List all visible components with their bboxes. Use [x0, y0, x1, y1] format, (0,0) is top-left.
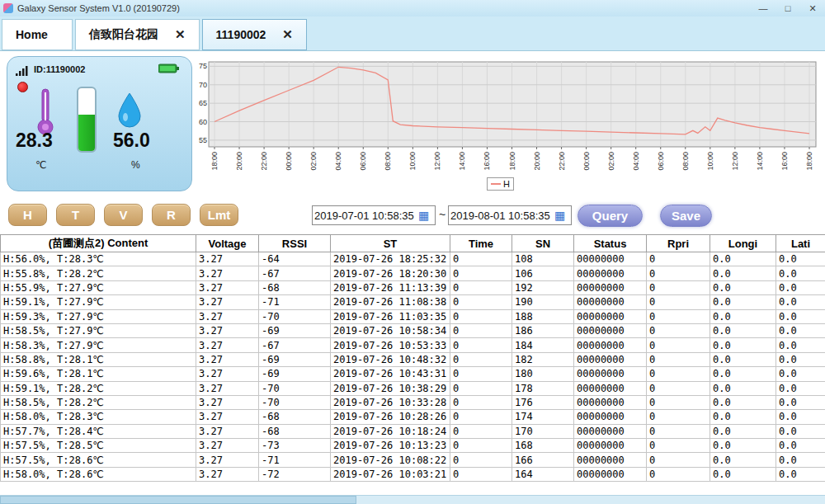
tab-sensor-11190002[interactable]: 11190002 ✕ — [202, 19, 307, 50]
table-row[interactable]: H:57.5%, T:28.5℃3.27-732019-07-26 10:13:… — [1, 439, 825, 453]
column-header[interactable]: Lati — [776, 235, 825, 252]
column-header[interactable]: SN — [512, 235, 574, 252]
x-tick-label: 18:00 — [210, 152, 219, 171]
filter-button-t[interactable]: T — [56, 204, 95, 226]
table-row[interactable]: H:55.9%, T:27.9℃3.27-682019-07-26 11:13:… — [1, 280, 825, 294]
maximize-icon[interactable]: □ — [776, 0, 800, 16]
table-cell: H:58.5%, T:27.9℃ — [1, 323, 196, 337]
table-cell: 2019-07-26 10:53:33 — [331, 338, 450, 352]
table-row[interactable]: H:59.1%, T:27.9℃3.27-712019-07-26 11:08:… — [1, 295, 825, 309]
column-header[interactable]: Rpri — [647, 235, 710, 252]
table-cell: 0 — [647, 467, 710, 481]
table-cell: 0.0 — [776, 395, 825, 409]
scrollbar-thumb[interactable] — [0, 496, 356, 504]
y-tick-label: 70 — [199, 81, 207, 89]
table-cell: 0.0 — [776, 266, 825, 280]
column-header[interactable]: Voltage — [196, 235, 259, 252]
table-cell: 108 — [512, 252, 574, 266]
query-button[interactable]: Query — [578, 205, 643, 227]
table-cell: 0.0 — [710, 395, 776, 409]
filter-buttons: HTVRLmt — [8, 204, 238, 226]
tab-close-icon[interactable]: ✕ — [282, 27, 293, 42]
table-cell: 0 — [647, 266, 710, 280]
table-cell: -71 — [259, 295, 331, 309]
table-cell: 00000000 — [574, 439, 647, 453]
chart-legend[interactable]: H — [487, 177, 514, 191]
table-cell: H:58.0%, T:28.6℃ — [1, 467, 196, 481]
table-cell: 00000000 — [574, 338, 647, 352]
table-row[interactable]: H:57.5%, T:28.6℃3.27-712019-07-26 10:08:… — [1, 453, 825, 467]
sensor-card: ID:11190002 28.3 56.0 ℃ % — [7, 56, 192, 191]
column-header[interactable]: RSSI — [259, 235, 331, 252]
table-row[interactable]: H:58.8%, T:28.1℃3.27-692019-07-26 10:48:… — [1, 352, 825, 366]
date-from-input[interactable] — [314, 210, 418, 222]
table-row[interactable]: H:58.0%, T:28.6℃3.27-722019-07-26 10:03:… — [1, 467, 825, 481]
table-cell: 2019-07-26 18:25:32 — [331, 252, 450, 266]
date-to-input[interactable] — [450, 210, 554, 222]
column-header[interactable]: ST — [331, 235, 450, 252]
table-cell: 0 — [450, 453, 512, 467]
table-cell: -73 — [259, 439, 331, 453]
filter-button-r[interactable]: R — [152, 204, 191, 226]
app-window: Galaxy Sensor System V1.0 (20190729) — □… — [0, 0, 825, 504]
table-cell: -68 — [259, 280, 331, 294]
table-cell: -64 — [259, 252, 331, 266]
table-cell: 00000000 — [574, 323, 647, 337]
table-cell: 0.0 — [776, 410, 825, 424]
table-cell: H:59.6%, T:28.1℃ — [1, 367, 196, 381]
tab-home[interactable]: Home — [2, 19, 73, 50]
filter-button-lmt[interactable]: Lmt — [200, 204, 238, 226]
table-cell: 3.27 — [196, 323, 259, 337]
table-cell: 0.0 — [710, 453, 776, 467]
table-row[interactable]: H:59.6%, T:28.1℃3.27-692019-07-26 10:43:… — [1, 367, 825, 381]
y-tick-label: 55 — [199, 136, 207, 144]
column-header[interactable]: Time — [450, 235, 512, 252]
table-cell: 00000000 — [574, 280, 647, 294]
table-cell: -69 — [259, 367, 331, 381]
tab-site[interactable]: 信致阳台花园 ✕ — [75, 19, 200, 50]
table-cell: 00000000 — [574, 395, 647, 409]
calendar-icon[interactable]: ▦ — [554, 210, 565, 221]
table-cell: 3.27 — [196, 252, 259, 266]
table-row[interactable]: H:56.0%, T:28.3℃3.27-642019-07-26 18:25:… — [1, 252, 825, 266]
legend-label: H — [503, 179, 510, 189]
close-icon[interactable]: ✕ — [800, 0, 825, 16]
table-cell: 00000000 — [574, 453, 647, 467]
minimize-icon[interactable]: — — [751, 0, 776, 16]
table-row[interactable]: H:58.5%, T:28.2℃3.27-702019-07-26 10:33:… — [1, 395, 825, 409]
table-cell: -71 — [259, 453, 331, 467]
tab-close-icon[interactable]: ✕ — [175, 27, 186, 42]
table-cell: -70 — [259, 309, 331, 323]
table-cell: H:58.3%, T:27.9℃ — [1, 338, 196, 352]
humidity-gauge — [77, 87, 97, 153]
table-cell: H:59.1%, T:28.2℃ — [1, 381, 196, 395]
table-row[interactable]: H:58.3%, T:27.9℃3.27-672019-07-26 10:53:… — [1, 338, 825, 352]
table-cell: 3.27 — [196, 338, 259, 352]
table-cell: 0.0 — [776, 352, 825, 366]
app-icon — [3, 3, 13, 13]
calendar-icon[interactable]: ▦ — [418, 210, 429, 221]
filter-button-h[interactable]: H — [8, 204, 47, 226]
table-cell: 0.0 — [776, 252, 825, 266]
table-row[interactable]: H:58.0%, T:28.3℃3.27-682019-07-26 10:28:… — [1, 410, 825, 424]
x-tick-label: 20:00 — [533, 152, 541, 171]
table-cell: H:58.8%, T:28.1℃ — [1, 352, 196, 366]
table-row[interactable]: H:57.7%, T:28.4℃3.27-682019-07-26 10:18:… — [1, 424, 825, 438]
table-cell: 0.0 — [776, 467, 825, 481]
column-header[interactable]: (苗圃测点2) Content — [1, 235, 196, 252]
column-header[interactable]: Status — [574, 235, 647, 252]
table-cell: 0.0 — [710, 410, 776, 424]
table-row[interactable]: H:59.1%, T:28.2℃3.27-702019-07-26 10:38:… — [1, 381, 825, 395]
table-row[interactable]: H:59.3%, T:27.9℃3.27-702019-07-26 11:03:… — [1, 309, 825, 323]
table-cell: H:56.0%, T:28.3℃ — [1, 252, 196, 266]
column-header[interactable]: Longi — [710, 235, 776, 252]
table-row[interactable]: H:55.8%, T:28.2℃3.27-672019-07-26 18:20:… — [1, 266, 825, 280]
table-area: (苗圃测点2) ContentVoltageRSSISTTimeSNStatus… — [0, 234, 825, 495]
x-tick-label: 14:00 — [756, 152, 764, 171]
save-button[interactable]: Save — [660, 205, 712, 227]
table-cell: 3.27 — [196, 266, 259, 280]
table-cell: 0 — [450, 280, 512, 294]
horizontal-scrollbar[interactable] — [0, 495, 825, 504]
filter-button-v[interactable]: V — [104, 204, 143, 226]
table-row[interactable]: H:58.5%, T:27.9℃3.27-692019-07-26 10:58:… — [1, 323, 825, 337]
